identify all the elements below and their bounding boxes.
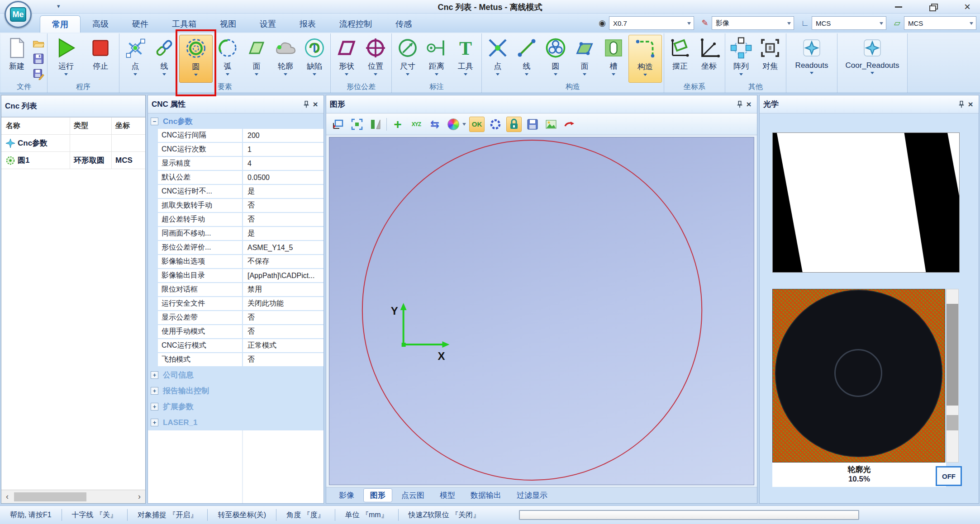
coordsys-combo-1[interactable]: ∟ MCS <box>799 16 886 30</box>
status-unit[interactable]: 单位 『mm』 <box>335 510 398 520</box>
property-row[interactable]: 显示精度4 <box>158 157 323 171</box>
tab-view[interactable]: 视图 <box>208 15 248 33</box>
tab-settings[interactable]: 设置 <box>248 15 288 33</box>
mode-combo[interactable]: ✎ 影像 <box>699 16 794 30</box>
property-row[interactable]: CNC运行次数1 <box>158 143 323 157</box>
camera-threshold-view[interactable] <box>772 132 960 273</box>
property-row[interactable]: 运行安全文件关闭此功能 <box>158 297 323 311</box>
table-row[interactable]: 圆1 环形取圆 MCS <box>1 152 145 169</box>
property-row[interactable]: 影像输出目录[AppPath]\CADPict... <box>158 269 323 283</box>
coord-button[interactable]: 坐标 <box>695 35 723 83</box>
save-as-button[interactable] <box>32 67 45 81</box>
element-point-button[interactable]: 点 <box>121 35 149 83</box>
tab-sensor[interactable]: 传感 <box>384 15 423 33</box>
property-row[interactable]: 抓取失败转手动否 <box>158 199 323 213</box>
annot-distance-button[interactable]: 距离 <box>423 35 451 83</box>
measured-circle[interactable] <box>362 140 702 480</box>
close-icon[interactable]: × <box>744 100 753 109</box>
section-report-output[interactable]: +报告输出控制 <box>148 383 323 399</box>
construct-point-button[interactable]: 点 <box>484 35 512 83</box>
chevron-down-icon[interactable] <box>462 123 466 127</box>
minimize-button[interactable] <box>892 1 905 12</box>
element-defect-button[interactable]: 缺陷 <box>300 35 328 83</box>
graphics-canvas[interactable]: Y X <box>329 137 754 485</box>
readouts-button[interactable]: Readouts <box>788 35 835 83</box>
ring-light-view[interactable] <box>772 289 945 463</box>
add-point-icon[interactable]: + <box>390 117 405 132</box>
swap-arrows-icon[interactable]: ⇆ <box>427 117 442 132</box>
tab-flow-control[interactable]: 流程控制 <box>328 15 384 33</box>
scroll-right-icon[interactable]: › <box>133 492 145 501</box>
save-button[interactable] <box>32 52 45 66</box>
construct-circle-button[interactable]: 圆 <box>542 35 570 83</box>
status-object-snap[interactable]: 对象捕捉 『开启』 <box>128 510 207 520</box>
expand-icon[interactable]: + <box>151 419 158 426</box>
expand-icon[interactable]: + <box>151 387 158 395</box>
construct-construct-button[interactable]: 构造 <box>628 35 662 83</box>
scrollbar-thumb[interactable] <box>14 492 86 501</box>
zoom-combo[interactable]: ◉ X0.7 <box>597 16 694 30</box>
region-zoom-icon[interactable] <box>331 117 346 132</box>
tab-pointcloud[interactable]: 点云图 <box>395 489 431 502</box>
redo-icon[interactable] <box>562 117 577 132</box>
new-button[interactable]: 新建 <box>3 35 31 83</box>
table-row[interactable]: Cnc参数 <box>1 135 145 152</box>
element-plane-button[interactable]: 面 <box>243 35 271 83</box>
property-row[interactable]: 默认公差0.0500 <box>158 171 323 185</box>
array-button[interactable]: 阵列 <box>727 35 755 83</box>
element-contour-button[interactable]: 轮廓 <box>271 35 300 83</box>
tab-filter-display[interactable]: 过滤显示 <box>510 489 554 502</box>
section-cnc-params[interactable]: − Cnc参数 <box>148 113 323 129</box>
focus-button[interactable]: 对焦 <box>756 35 784 83</box>
open-button[interactable] <box>32 37 45 50</box>
restore-button[interactable] <box>927 1 939 12</box>
pin-icon[interactable] <box>735 100 744 109</box>
color-wheel-icon[interactable] <box>446 117 461 132</box>
gdt-position-button[interactable]: 位置 <box>362 35 390 83</box>
horizontal-scrollbar[interactable]: ‹ › <box>1 490 145 503</box>
status-crosshair[interactable]: 十字线 『关』 <box>62 510 127 520</box>
fit-view-icon[interactable] <box>349 117 365 132</box>
scene-image-icon[interactable] <box>543 117 559 132</box>
construct-line-button[interactable]: 线 <box>513 35 541 83</box>
xyz-readout-icon[interactable]: XYZ <box>409 117 424 132</box>
lock-icon[interactable] <box>506 117 522 132</box>
property-row[interactable]: 超公差转手动否 <box>158 213 323 227</box>
tab-home[interactable]: 常用 <box>40 15 81 33</box>
element-line-button[interactable]: 线 <box>150 35 178 83</box>
col-name[interactable]: 名称 <box>1 118 70 134</box>
property-row[interactable]: 显示公差带否 <box>158 311 323 325</box>
annot-size-button[interactable]: 尺寸 <box>394 35 422 83</box>
col-type[interactable]: 类型 <box>70 118 112 134</box>
section-company-info[interactable]: +公司信息 <box>148 367 323 383</box>
col-coord[interactable]: 坐标 <box>112 118 145 134</box>
quick-access-caret-icon[interactable]: ▾ <box>57 3 60 9</box>
gdt-shape-button[interactable]: 形状 <box>333 35 361 83</box>
coor-readouts-button[interactable]: Coor_Readouts <box>839 35 905 83</box>
run-button[interactable]: 运行 <box>49 35 83 83</box>
status-polar-coord[interactable]: 转至极坐标(关) <box>208 510 276 520</box>
save-view-icon[interactable] <box>525 117 540 132</box>
pin-icon[interactable] <box>957 100 966 109</box>
property-row[interactable]: CNC运行模式正常模式 <box>158 339 323 353</box>
status-angle-unit[interactable]: 角度 『度』 <box>276 510 334 520</box>
element-circle-button[interactable]: 圆 <box>179 35 213 83</box>
property-row[interactable]: 使用手动模式否 <box>158 325 323 339</box>
stop-button[interactable]: 停止 <box>84 35 117 83</box>
coordsys-combo-2[interactable]: ▱ MCS <box>892 16 976 30</box>
light-off-button[interactable]: OFF <box>936 466 962 486</box>
expand-icon[interactable]: + <box>151 371 158 379</box>
property-row[interactable]: 飞拍模式否 <box>158 353 323 367</box>
slider-thumb[interactable] <box>947 304 958 406</box>
close-icon[interactable]: × <box>311 100 320 109</box>
tab-image[interactable]: 影像 <box>333 489 361 502</box>
property-row[interactable]: 限位对话框禁用 <box>158 283 323 297</box>
annot-tool-button[interactable]: T 工具 <box>452 35 480 83</box>
expand-icon[interactable]: + <box>151 403 158 411</box>
collapse-icon[interactable]: − <box>151 118 158 125</box>
property-row[interactable]: 同画面不移动...是 <box>158 227 323 241</box>
pin-icon[interactable] <box>302 100 311 109</box>
status-z-limit[interactable]: 快速Z软限位 『关闭』 <box>399 510 490 520</box>
construct-plane-button[interactable]: 面 <box>571 35 599 83</box>
property-row[interactable]: 影像输出选项不保存 <box>158 255 323 269</box>
